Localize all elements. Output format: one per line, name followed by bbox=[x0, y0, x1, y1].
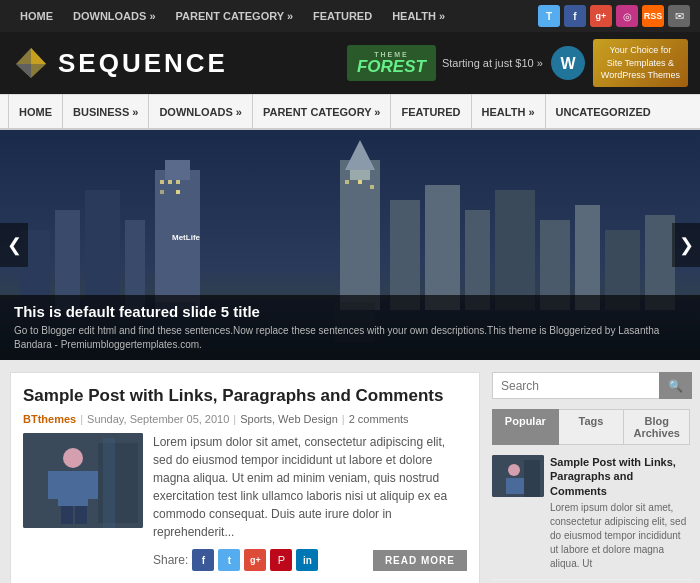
tf-forest-label: FOREST bbox=[357, 58, 426, 75]
top-nav-downloads[interactable]: DOWNLOADS » bbox=[63, 0, 166, 32]
svg-marker-1 bbox=[31, 48, 46, 64]
svg-rect-17 bbox=[390, 200, 420, 310]
post-1-author[interactable]: BTthemes bbox=[23, 413, 76, 425]
sidebar-post-1: Sample Post with Links, Paragraphs and C… bbox=[492, 455, 690, 580]
svg-point-36 bbox=[63, 448, 83, 468]
main-nav: HOME BUSINESS » DOWNLOADS » PARENT CATEG… bbox=[0, 94, 700, 130]
svg-rect-40 bbox=[48, 471, 58, 499]
main-nav-business[interactable]: BUSINESS » bbox=[63, 94, 149, 130]
email-icon[interactable]: ✉ bbox=[668, 5, 690, 27]
main-content: Sample Post with Links, Paragraphs and C… bbox=[10, 372, 480, 583]
svg-rect-32 bbox=[370, 185, 374, 189]
theme-forest-badge[interactable]: THEME FOREST bbox=[347, 45, 436, 81]
search-input[interactable] bbox=[492, 372, 659, 399]
twitter-icon[interactable]: T bbox=[538, 5, 560, 27]
share-pinterest-btn[interactable]: P bbox=[270, 549, 292, 571]
share-twitter-btn[interactable]: t bbox=[218, 549, 240, 571]
svg-rect-43 bbox=[103, 438, 115, 528]
post-1-date: Sunday, September 05, 2010 bbox=[87, 413, 229, 425]
svg-rect-26 bbox=[168, 180, 172, 184]
post-1-title: Sample Post with Links, Paragraphs and C… bbox=[23, 385, 467, 407]
share-linkedin-btn[interactable]: in bbox=[296, 549, 318, 571]
svg-rect-20 bbox=[495, 190, 535, 310]
post-1-comments[interactable]: 2 comments bbox=[349, 413, 409, 425]
tab-tags[interactable]: Tags bbox=[559, 409, 625, 445]
svg-rect-16 bbox=[350, 170, 370, 180]
post-1-body: Lorem ipsum dolor sit amet, consectetur … bbox=[23, 433, 467, 571]
content-area: Sample Post with Links, Paragraphs and C… bbox=[0, 360, 700, 583]
search-widget: 🔍 bbox=[492, 372, 690, 399]
post-1-text-area: Lorem ipsum dolor sit amet, consectetur … bbox=[153, 433, 467, 571]
svg-rect-25 bbox=[160, 180, 164, 184]
top-nav-featured[interactable]: FEATURED bbox=[303, 0, 382, 32]
top-nav-health[interactable]: HEALTH » bbox=[382, 0, 455, 32]
svg-rect-27 bbox=[176, 180, 180, 184]
svg-rect-30 bbox=[345, 180, 349, 184]
svg-text:MetLife: MetLife bbox=[172, 233, 201, 242]
svg-rect-39 bbox=[75, 506, 87, 524]
slider-next-button[interactable]: ❯ bbox=[672, 223, 700, 267]
sidebar-tabs: Popular Tags Blog Archives bbox=[492, 409, 690, 445]
logo-icon bbox=[12, 44, 50, 82]
share-facebook-btn[interactable]: f bbox=[192, 549, 214, 571]
site-header: SEQUENCE THEME FOREST Starting at just $… bbox=[0, 32, 700, 94]
top-nav-parent[interactable]: PARENT CATEGORY » bbox=[166, 0, 304, 32]
search-icon: 🔍 bbox=[668, 379, 683, 393]
main-nav-downloads[interactable]: DOWNLOADS » bbox=[149, 94, 253, 130]
post-1-meta: BTthemes | Sunday, September 05, 2010 | … bbox=[23, 413, 467, 425]
svg-rect-38 bbox=[61, 506, 73, 524]
top-nav-links: HOME DOWNLOADS » PARENT CATEGORY » FEATU… bbox=[10, 0, 455, 32]
meta-sep-1: | bbox=[80, 413, 83, 425]
svg-rect-31 bbox=[358, 180, 362, 184]
sidebar-post-1-title[interactable]: Sample Post with Links, Paragraphs and C… bbox=[550, 455, 690, 498]
share-gplus-btn[interactable]: g+ bbox=[244, 549, 266, 571]
svg-rect-46 bbox=[506, 478, 524, 494]
gplus-icon[interactable]: g+ bbox=[590, 5, 612, 27]
svg-rect-18 bbox=[425, 185, 460, 310]
main-nav-uncategorized[interactable]: UNCATEGORIZED bbox=[546, 94, 661, 130]
meta-sep-3: | bbox=[342, 413, 345, 425]
svg-rect-47 bbox=[524, 460, 540, 497]
sidebar-post-1-excerpt: Lorem ipsum dolor sit amet, consectetur … bbox=[550, 501, 690, 571]
main-nav-home[interactable]: HOME bbox=[8, 94, 63, 130]
search-button[interactable]: 🔍 bbox=[659, 372, 692, 399]
top-nav-home[interactable]: HOME bbox=[10, 0, 63, 32]
svg-marker-2 bbox=[16, 64, 31, 78]
svg-rect-29 bbox=[176, 190, 180, 194]
top-nav-social: T f g+ ◎ RSS ✉ bbox=[538, 5, 690, 27]
svg-rect-41 bbox=[88, 471, 98, 499]
logo-text: SEQUENCE bbox=[58, 48, 228, 79]
top-nav: HOME DOWNLOADS » PARENT CATEGORY » FEATU… bbox=[0, 0, 700, 32]
post-1: Sample Post with Links, Paragraphs and C… bbox=[10, 372, 480, 583]
slider-prev-button[interactable]: ❮ bbox=[0, 223, 28, 267]
rss-icon[interactable]: RSS bbox=[642, 5, 664, 27]
read-more-button[interactable]: READ MORE bbox=[373, 550, 467, 571]
featured-slider: MetLife ❮ ❯ This is default featured sli… bbox=[0, 130, 700, 360]
post-1-thumbnail bbox=[23, 433, 143, 528]
svg-text:W: W bbox=[560, 55, 576, 72]
post-1-excerpt: Lorem ipsum dolor sit amet, consectetur … bbox=[153, 433, 467, 541]
tf-starting-text: Starting at just $10 » bbox=[442, 57, 543, 69]
svg-point-45 bbox=[508, 464, 520, 476]
sidebar-post-1-thumb bbox=[492, 455, 544, 497]
main-nav-featured[interactable]: FEATURED bbox=[391, 94, 471, 130]
logo[interactable]: SEQUENCE bbox=[12, 44, 228, 82]
slider-description: Go to Blogger edit html and find these s… bbox=[14, 324, 686, 352]
wordpress-icon: W bbox=[549, 44, 587, 82]
header-ad: THEME FOREST Starting at just $10 » W Yo… bbox=[347, 39, 688, 87]
sidebar: 🔍 Popular Tags Blog Archives Sample Post… bbox=[492, 372, 690, 583]
svg-rect-37 bbox=[58, 471, 88, 506]
meta-sep-2: | bbox=[233, 413, 236, 425]
instagram-icon[interactable]: ◎ bbox=[616, 5, 638, 27]
share-label: Share: bbox=[153, 553, 188, 567]
svg-rect-28 bbox=[160, 190, 164, 194]
main-nav-health[interactable]: HEALTH » bbox=[472, 94, 546, 130]
facebook-icon[interactable]: f bbox=[564, 5, 586, 27]
header-ad-right[interactable]: Your Choice for Site Templates & WordPre… bbox=[593, 39, 688, 87]
tab-popular[interactable]: Popular bbox=[492, 409, 559, 445]
slider-title: This is default featured slide 5 title bbox=[14, 303, 686, 320]
sidebar-post-1-text: Sample Post with Links, Paragraphs and C… bbox=[550, 455, 690, 571]
tab-blog-archives[interactable]: Blog Archives bbox=[624, 409, 690, 445]
post-1-categories[interactable]: Sports, Web Design bbox=[240, 413, 338, 425]
main-nav-parent[interactable]: PARENT CATEGORY » bbox=[253, 94, 392, 130]
